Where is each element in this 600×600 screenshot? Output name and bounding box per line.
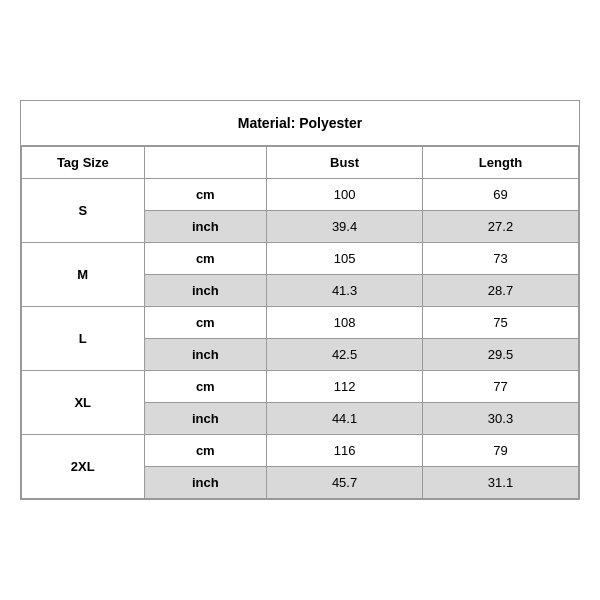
bust-inch-value: 45.7	[267, 467, 423, 499]
length-cm-value: 73	[423, 243, 579, 275]
tag-size-cell: M	[22, 243, 145, 307]
table-row: XLcm11277	[22, 371, 579, 403]
length-inch-value: 27.2	[423, 211, 579, 243]
length-inch-value: 31.1	[423, 467, 579, 499]
bust-cm-value: 105	[267, 243, 423, 275]
tag-size-cell: S	[22, 179, 145, 243]
unit-inch-cell: inch	[144, 275, 267, 307]
length-cm-value: 69	[423, 179, 579, 211]
tag-size-cell: 2XL	[22, 435, 145, 499]
chart-title: Material: Polyester	[21, 101, 579, 146]
length-inch-value: 30.3	[423, 403, 579, 435]
length-inch-value: 29.5	[423, 339, 579, 371]
bust-inch-value: 41.3	[267, 275, 423, 307]
size-table: Tag Size Bust Length Scm10069inch39.427.…	[21, 146, 579, 499]
bust-inch-value: 44.1	[267, 403, 423, 435]
table-row: Mcm10573	[22, 243, 579, 275]
size-chart: Material: Polyester Tag Size Bust Length…	[20, 100, 580, 500]
length-inch-value: 28.7	[423, 275, 579, 307]
length-header: Length	[423, 147, 579, 179]
bust-cm-value: 116	[267, 435, 423, 467]
bust-inch-value: 39.4	[267, 211, 423, 243]
length-cm-value: 75	[423, 307, 579, 339]
unit-inch-cell: inch	[144, 467, 267, 499]
bust-cm-value: 112	[267, 371, 423, 403]
unit-inch-cell: inch	[144, 403, 267, 435]
table-row: Scm10069	[22, 179, 579, 211]
unit-inch-cell: inch	[144, 211, 267, 243]
table-row: Lcm10875	[22, 307, 579, 339]
unit-cm-cell: cm	[144, 243, 267, 275]
bust-inch-value: 42.5	[267, 339, 423, 371]
tag-size-cell: L	[22, 307, 145, 371]
unit-header	[144, 147, 267, 179]
bust-header: Bust	[267, 147, 423, 179]
unit-cm-cell: cm	[144, 371, 267, 403]
unit-cm-cell: cm	[144, 307, 267, 339]
length-cm-value: 77	[423, 371, 579, 403]
unit-cm-cell: cm	[144, 179, 267, 211]
unit-cm-cell: cm	[144, 435, 267, 467]
bust-cm-value: 108	[267, 307, 423, 339]
tag-size-cell: XL	[22, 371, 145, 435]
unit-inch-cell: inch	[144, 339, 267, 371]
tag-size-header: Tag Size	[22, 147, 145, 179]
length-cm-value: 79	[423, 435, 579, 467]
table-row: 2XLcm11679	[22, 435, 579, 467]
bust-cm-value: 100	[267, 179, 423, 211]
